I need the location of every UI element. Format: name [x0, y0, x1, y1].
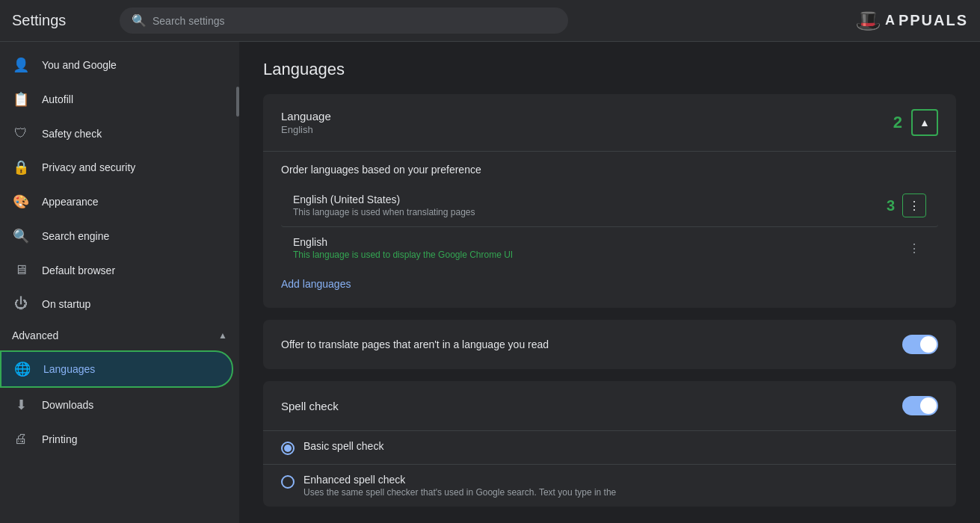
sidebar-item-on-startup[interactable]: ⏻ On startup: [0, 287, 233, 321]
sidebar: 👤 You and Google 📋 Autofill 🛡 Safety che…: [0, 42, 239, 523]
sidebar-item-privacy-and-security[interactable]: 🔒 Privacy and security: [0, 150, 233, 185]
advanced-label: Advanced: [12, 329, 58, 341]
lang-en-menu-button[interactable]: ⋮: [902, 236, 926, 260]
expand-language-button[interactable]: ▲: [911, 109, 938, 136]
lock-icon: 🔒: [12, 159, 30, 176]
sidebar-label-languages: Languages: [43, 363, 95, 375]
enhanced-spell-check-desc: Uses the same spell checker that's used …: [303, 487, 616, 498]
sidebar-advanced-section[interactable]: Advanced ▲: [0, 321, 239, 350]
globe-icon: 🌐: [13, 361, 31, 377]
lang-en-us-desc: This language is used when translating p…: [293, 207, 887, 217]
sidebar-item-downloads[interactable]: ⬇ Downloads: [0, 388, 233, 422]
app-header: Settings 🔍 🎩 APPUALS: [0, 0, 980, 42]
basic-spell-check-label: Basic spell check: [303, 440, 383, 452]
translate-toggle[interactable]: [902, 335, 938, 354]
language-row-en-us: English (United States) This language is…: [281, 185, 938, 227]
step-2-badge: 2: [893, 113, 902, 132]
sidebar-label-printing: Printing: [42, 433, 77, 445]
logo-text: A: [885, 13, 896, 28]
lang-en-text: English This language is used to display…: [293, 236, 902, 260]
sidebar-label-on-startup: On startup: [42, 298, 90, 310]
logo-full-text: PPUALS: [899, 12, 968, 29]
sidebar-label-autofill: Autofill: [42, 93, 73, 105]
enhanced-spell-check-label: Enhanced spell check: [303, 474, 616, 486]
chevron-up-icon: ▲: [919, 117, 930, 129]
search-input[interactable]: [152, 15, 556, 27]
chevron-up-icon: ▲: [218, 330, 227, 341]
sidebar-item-autofill[interactable]: 📋 Autofill: [0, 82, 233, 117]
shield-icon: 🛡: [12, 126, 30, 141]
basic-spell-check-text: Basic spell check: [303, 440, 383, 452]
basic-spell-check-row: Basic spell check: [263, 431, 956, 465]
sidebar-label-downloads: Downloads: [42, 399, 93, 411]
sidebar-item-you-and-google[interactable]: 👤 You and Google: [0, 48, 233, 82]
enhanced-spell-check-radio[interactable]: [281, 475, 295, 489]
order-languages-title: Order languages based on your preference: [281, 164, 938, 176]
sidebar-label-you-and-google: You and Google: [42, 59, 117, 71]
basic-spell-check-radio[interactable]: [281, 442, 295, 455]
sidebar-item-languages[interactable]: 🌐 Languages: [0, 350, 233, 388]
sidebar-label-search-engine: Search engine: [42, 230, 109, 242]
sidebar-label-appearance: Appearance: [42, 196, 99, 208]
sidebar-label-privacy: Privacy and security: [42, 161, 135, 173]
language-header-text: Language English: [281, 110, 893, 135]
language-subtitle: English: [281, 124, 893, 135]
scroll-thumb: [236, 87, 239, 117]
spell-check-toggle-row: Spell check: [263, 381, 956, 431]
lang-en-us-name: English (United States): [293, 194, 887, 205]
logo-character: 🎩: [855, 8, 882, 33]
lang-en-desc: This language is used to display the Goo…: [293, 250, 902, 260]
power-icon: ⏻: [12, 296, 30, 312]
add-languages-button[interactable]: Add languages: [281, 272, 351, 296]
enhanced-spell-check-row: Enhanced spell check Uses the same spell…: [263, 465, 956, 507]
autofill-icon: 📋: [12, 91, 30, 108]
language-row-en: English This language is used to display…: [281, 227, 938, 269]
main-layout: 👤 You and Google 📋 Autofill 🛡 Safety che…: [0, 42, 980, 523]
print-icon: 🖨: [12, 431, 30, 447]
sidebar-item-search-engine[interactable]: 🔍 Search engine: [0, 219, 233, 253]
translate-card: Offer to translate pages that aren't in …: [263, 320, 956, 369]
lang-en-name: English: [293, 236, 902, 248]
spell-check-label: Spell check: [281, 400, 902, 412]
step-3-badge: 3: [887, 197, 895, 214]
sidebar-item-printing[interactable]: 🖨 Printing: [0, 422, 233, 456]
palette-icon: 🎨: [12, 194, 30, 210]
language-card: Language English 2 ▲ Order languages bas…: [263, 94, 956, 308]
scroll-indicator: [236, 42, 239, 523]
page-title: Languages: [263, 60, 956, 79]
person-icon: 👤: [12, 57, 30, 73]
sidebar-item-default-browser[interactable]: 🖥 Default browser: [0, 253, 233, 287]
search-icon: 🔍: [132, 13, 147, 28]
language-title: Language: [281, 110, 893, 123]
spell-check-card: Spell check Basic spell check Enhanced s…: [263, 381, 956, 507]
app-title: Settings: [12, 12, 102, 29]
order-languages-section: Order languages based on your preference…: [263, 152, 956, 308]
sidebar-label-default-browser: Default browser: [42, 264, 115, 276]
content-area: Languages Language English 2 ▲ Order lan…: [239, 42, 980, 523]
magnifier-icon: 🔍: [12, 228, 30, 244]
download-icon: ⬇: [12, 397, 30, 413]
translate-label: Offer to translate pages that aren't in …: [281, 338, 902, 350]
enhanced-spell-check-text: Enhanced spell check Uses the same spell…: [303, 474, 616, 498]
translate-toggle-row: Offer to translate pages that aren't in …: [263, 320, 956, 369]
search-bar: 🔍: [120, 7, 568, 34]
sidebar-item-safety-check[interactable]: 🛡 Safety check: [0, 117, 233, 150]
lang-en-us-text: English (United States) This language is…: [293, 194, 887, 217]
sidebar-label-safety-check: Safety check: [42, 128, 102, 140]
sidebar-item-appearance[interactable]: 🎨 Appearance: [0, 185, 233, 219]
language-header-row: Language English 2 ▲: [263, 94, 956, 152]
monitor-icon: 🖥: [12, 262, 30, 278]
app-logo: 🎩 APPUALS: [855, 8, 968, 33]
lang-en-us-menu-button[interactable]: ⋮: [902, 194, 926, 217]
spell-check-toggle[interactable]: [902, 396, 938, 415]
